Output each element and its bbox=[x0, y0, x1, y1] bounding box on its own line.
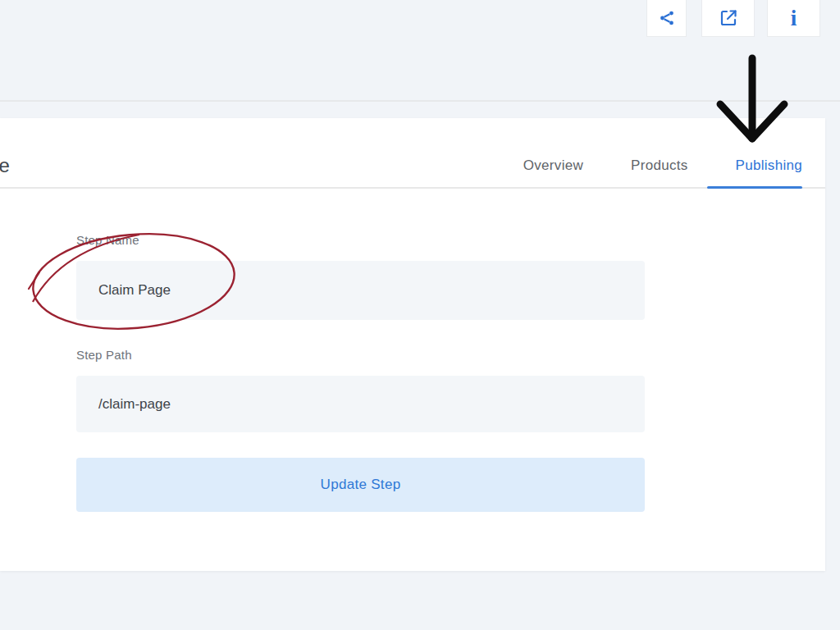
share-icon bbox=[658, 9, 676, 27]
info-button[interactable]: i bbox=[767, 0, 820, 37]
share-button[interactable] bbox=[646, 0, 687, 37]
info-icon: i bbox=[791, 7, 797, 30]
tab-overview[interactable]: Overview bbox=[523, 158, 583, 174]
header-divider bbox=[0, 100, 840, 102]
tab-publishing[interactable]: Publishing bbox=[736, 158, 802, 174]
tab-bar: Overview Products Publishing bbox=[523, 158, 802, 174]
active-tab-indicator bbox=[707, 186, 802, 189]
content-panel: ge Overview Products Publishing Step Nam… bbox=[0, 118, 825, 571]
update-step-button[interactable]: Update Step bbox=[76, 458, 645, 512]
step-name-input[interactable]: Claim Page bbox=[76, 261, 645, 320]
page-title-cutoff: ge bbox=[0, 154, 10, 177]
step-name-label: Step Name bbox=[76, 233, 139, 247]
step-path-input[interactable]: /claim-page bbox=[76, 376, 645, 432]
open-in-new-button[interactable] bbox=[701, 0, 755, 37]
step-path-label: Step Path bbox=[76, 348, 132, 362]
page: { "toolbar": { "buttons": [ { "icon": "s… bbox=[0, 0, 840, 630]
tab-products[interactable]: Products bbox=[631, 158, 688, 174]
open-in-new-icon bbox=[719, 8, 738, 28]
tabs-divider bbox=[0, 187, 825, 189]
